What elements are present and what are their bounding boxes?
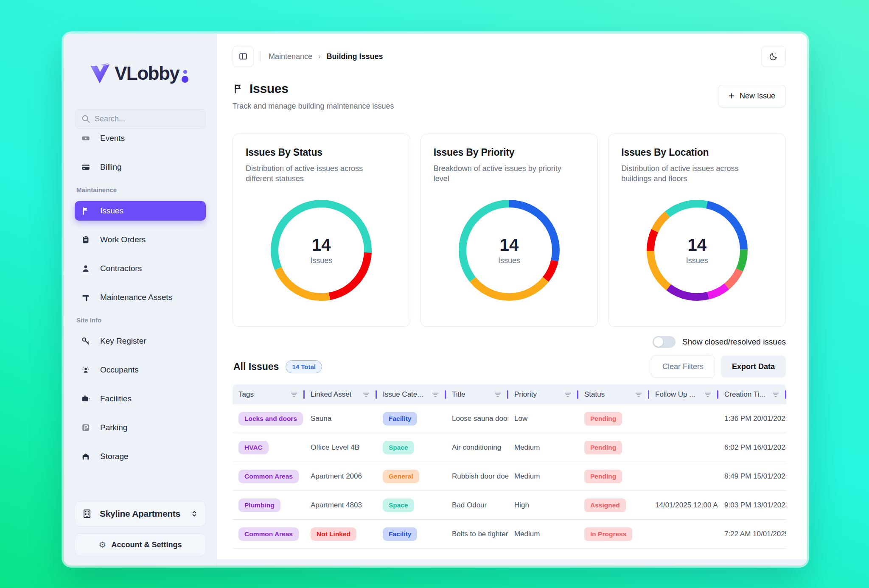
filter-icon[interactable] [704, 390, 712, 399]
table-row[interactable]: HVACOffice Level 4BSpaceAir conditioning… [233, 433, 786, 462]
chart-title: Issues By Status [246, 147, 397, 158]
chevron-updown-icon [190, 510, 199, 518]
sidebar-item-maintenance-assets[interactable]: Maintenance Assets [75, 288, 206, 307]
cell-linked-asset: Apartment 4803 [305, 501, 377, 510]
cell-title: Rubbish door does [446, 472, 508, 481]
table-body: Locks and doorsSaunaFacilityLoose sauna … [233, 404, 786, 549]
chart-card-issues-by-location: Issues By LocationDistribution of active… [608, 134, 786, 327]
filter-icon[interactable] [362, 390, 370, 399]
site-selector[interactable]: Skyline Apartments [75, 501, 206, 526]
cell-title: Air conditioning [446, 443, 508, 452]
sidebar-item-parking[interactable]: Parking [75, 418, 206, 437]
breadcrumb-parent[interactable]: Maintenance [269, 52, 312, 61]
flag-icon [81, 206, 91, 216]
sidebar-item-key-register[interactable]: Key Register [75, 331, 206, 351]
warehouse-icon [81, 451, 91, 462]
topbar-divider [261, 51, 261, 62]
column-header-status: Status [578, 390, 649, 399]
category-pill: Facility [383, 527, 417, 541]
page-header: Issues Track and manage building mainten… [233, 81, 786, 111]
cell-status: Pending [578, 441, 649, 454]
chart-subtitle: Breakdown of active issues by priority l… [434, 163, 574, 184]
clear-filters-button[interactable]: Clear Filters [651, 356, 715, 378]
moon-icon [769, 52, 778, 61]
sidebar-item-occupants[interactable]: Occupants [75, 360, 206, 380]
sidebar-item-facilities[interactable]: Facilities [75, 389, 206, 409]
export-data-button[interactable]: Export Data [721, 356, 786, 378]
table-scroll-track[interactable] [217, 559, 807, 566]
vlobby-logo-icon [87, 60, 112, 87]
filter-icon[interactable] [290, 390, 298, 399]
table-row[interactable]: Common AreasApartment 2006GeneralRubbish… [233, 462, 786, 491]
table-row[interactable]: Locks and doorsSaunaFacilityLoose sauna … [233, 404, 786, 433]
donut-total: 14 [500, 235, 519, 255]
donut-total-label: Issues [686, 256, 708, 265]
show-closed-toggle[interactable] [653, 336, 676, 348]
cell-status: Pending [578, 412, 649, 426]
sidebar-item-billing[interactable]: Billing [75, 157, 206, 177]
sidebar-item-events[interactable]: Events [75, 129, 206, 148]
toggle-label: Show closed/resolved issues [682, 337, 786, 347]
page-title: Issues [249, 81, 289, 96]
filter-icon[interactable] [563, 390, 572, 399]
column-header-tags: Tags [233, 390, 305, 399]
cell-status: Pending [578, 470, 649, 483]
cell-tags: Locks and doors [233, 412, 305, 426]
filter-icon[interactable] [431, 390, 440, 399]
filter-icon[interactable] [493, 390, 502, 399]
status-pill: Assigned [584, 498, 626, 512]
sidebar-item-work-orders[interactable]: Work Orders [75, 230, 206, 249]
cell-created: 8:49 PM 15/01/2025 [718, 472, 786, 481]
filter-icon[interactable] [771, 390, 780, 399]
filter-icon[interactable] [634, 390, 643, 399]
cell-priority: Medium [508, 443, 578, 452]
cell-created: 9:03 PM 13/01/2025 [718, 501, 786, 510]
sidebar-item-contractors[interactable]: Contractors [75, 259, 206, 278]
account-settings-button[interactable]: ⚙ Account & Settings [75, 533, 206, 556]
chart-title: Issues By Priority [434, 147, 585, 158]
parking-icon [81, 423, 91, 433]
toggle-row: Show closed/resolved issues [233, 336, 786, 348]
cell-linked-asset: Apartment 2006 [305, 472, 377, 481]
column-header-issue-cate: Issue Cate... [377, 390, 446, 399]
cell-title: Bolts to be tightene [446, 530, 508, 538]
app-window: VLobby EventsBillingMaintainenceIssuesWo… [64, 34, 807, 566]
not-linked-pill: Not Linked [311, 527, 356, 541]
sidebar-item-storage[interactable]: Storage [75, 447, 206, 466]
search-input[interactable] [95, 115, 192, 123]
table-row[interactable]: PlumbingApartment 4803SpaceBad OdourHigh… [233, 491, 786, 520]
chart-card-issues-by-status: Issues By StatusDistribution of active i… [233, 134, 410, 327]
cell-tags: Plumbing [233, 498, 305, 512]
donut-total-label: Issues [310, 256, 332, 265]
topbar: Maintenance › Building Issues [233, 46, 786, 67]
cell-priority: Low [508, 414, 578, 423]
donut-total: 14 [687, 235, 706, 255]
hammer-icon [81, 292, 91, 302]
category-pill: Facility [383, 412, 417, 426]
cell-priority: High [508, 501, 578, 510]
people-icon [81, 365, 91, 375]
dark-mode-button[interactable] [761, 46, 786, 67]
cell-created: 1:36 PM 20/01/2025 [718, 414, 786, 423]
panel-icon [238, 52, 248, 61]
cell-linked-asset: Sauna [305, 414, 377, 423]
sidebar-toggle-button[interactable] [233, 46, 254, 67]
table-row[interactable]: Common AreasNot LinkedFacilityBolts to b… [233, 520, 786, 549]
logo: VLobby [87, 60, 217, 87]
cell-title: Loose sauna door [446, 414, 508, 423]
issues-table: TagsLinked AssetIssue Cate...TitlePriori… [233, 384, 786, 549]
person-icon [81, 263, 91, 274]
column-header-linked-asset: Linked Asset [305, 390, 377, 399]
cell-tags: Common Areas [233, 470, 305, 483]
plus-icon: + [729, 90, 734, 102]
cell-linked-asset: Office Level 4B [305, 443, 377, 452]
credit-card-icon [81, 162, 91, 172]
cell-tags: HVAC [233, 441, 305, 454]
sidebar-item-issues[interactable]: Issues [75, 201, 206, 221]
section-label-site-info: Site Info [76, 316, 217, 324]
cell-status: Assigned [578, 498, 649, 512]
sidebar-bottom: Skyline Apartments ⚙ Account & Settings [64, 501, 217, 566]
donut-total-label: Issues [498, 256, 520, 265]
new-issue-button[interactable]: + New Issue [718, 85, 786, 107]
toggle-knob [654, 337, 663, 347]
